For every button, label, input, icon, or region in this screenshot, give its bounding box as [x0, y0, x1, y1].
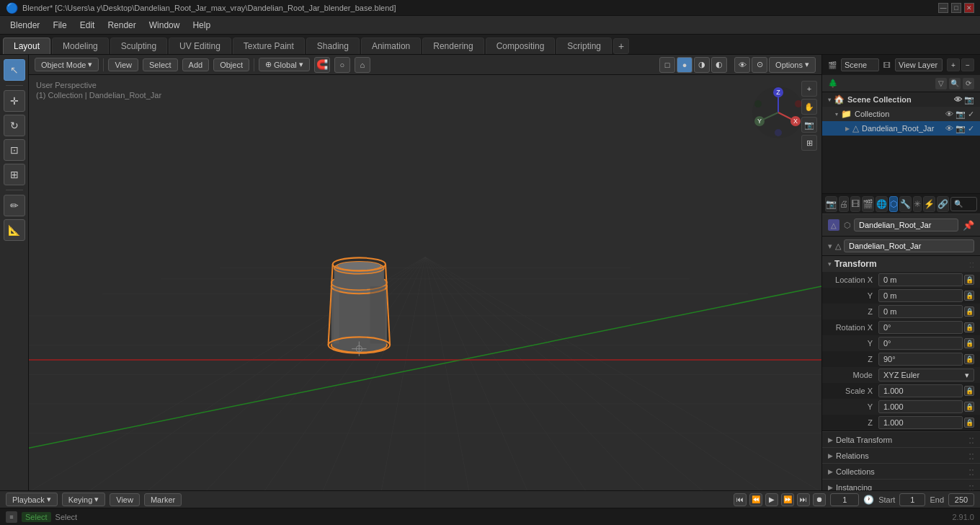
playback-menu[interactable]: Playback ▾: [6, 493, 58, 506]
collection-check-btn[interactable]: ✓: [968, 110, 974, 119]
scene-name-field[interactable]: Scene: [841, 58, 879, 71]
menu-help[interactable]: Help: [187, 19, 216, 32]
remove-viewlayer-btn[interactable]: −: [961, 58, 974, 71]
tab-modeling[interactable]: Modeling: [52, 38, 109, 54]
add-viewlayer-btn[interactable]: +: [947, 58, 960, 71]
rotate-tool[interactable]: ↻: [4, 115, 25, 136]
options-button[interactable]: Options ▾: [769, 57, 816, 73]
view-layer-name-field[interactable]: View Layer: [895, 58, 943, 71]
shading-wireframe-btn[interactable]: □: [659, 57, 675, 73]
collection-render-btn[interactable]: 📷: [956, 110, 966, 119]
menu-render[interactable]: Render: [102, 19, 141, 32]
view-menu-bottom[interactable]: View: [110, 493, 140, 506]
tab-scripting[interactable]: Scripting: [556, 38, 612, 54]
annotate-tool[interactable]: ✏: [4, 195, 25, 216]
current-frame-field[interactable]: 1: [830, 493, 859, 506]
rotation-x-field[interactable]: 0°: [878, 321, 963, 334]
title-controls[interactable]: — □ ✕: [938, 3, 974, 13]
location-y-lock[interactable]: 🔒: [964, 291, 974, 301]
prop-tab-constraints[interactable]: 🔗: [937, 196, 949, 212]
start-frame-field[interactable]: 1: [899, 493, 925, 506]
rotation-mode-select[interactable]: XYZ Euler ▾: [878, 369, 974, 381]
location-y-field[interactable]: 0 m: [878, 289, 963, 302]
prop-tab-particles[interactable]: ✳: [913, 196, 922, 212]
measure-tool[interactable]: 📐: [4, 219, 25, 241]
menu-blender[interactable]: Blender: [4, 19, 45, 32]
collection-item[interactable]: ▾ 📁 Collection 👁 📷 ✓: [822, 107, 980, 121]
location-x-lock[interactable]: 🔒: [964, 275, 974, 285]
render-visibility-btn[interactable]: 📷: [964, 95, 974, 105]
scale-x-lock[interactable]: 🔒: [964, 386, 974, 396]
rotation-x-lock[interactable]: 🔒: [964, 322, 974, 332]
prop-tab-world[interactable]: 🌐: [876, 196, 888, 212]
relations-section[interactable]: ▶ Relations ::: [822, 447, 980, 463]
rotation-z-lock[interactable]: 🔒: [964, 354, 974, 364]
instancing-section[interactable]: ▶ Instancing ::: [822, 479, 980, 490]
visibility-btn[interactable]: 👁: [954, 95, 962, 105]
zoom-in-btn[interactable]: +: [801, 81, 817, 97]
keying-menu[interactable]: Keying ▾: [62, 493, 106, 506]
object-mode-dropdown[interactable]: Object Mode ▾: [35, 58, 99, 71]
record-keyframe-btn[interactable]: ⏺: [813, 493, 826, 506]
add-menu[interactable]: Add: [182, 58, 210, 71]
prop-tab-scene[interactable]: 🎬: [862, 196, 874, 212]
transform-orientation-dropdown[interactable]: ⊕ Global ▾: [259, 58, 310, 71]
prop-tab-viewlayer[interactable]: 🎞: [850, 196, 860, 212]
prop-tab-object[interactable]: ⬡: [889, 196, 898, 212]
pan-btn[interactable]: ✋: [801, 99, 817, 115]
pin-icon[interactable]: 📌: [963, 220, 974, 231]
outliner-search-btn[interactable]: 🔍: [949, 78, 961, 89]
close-button[interactable]: ✕: [964, 3, 974, 13]
data-name-field[interactable]: Dandelian_Root_Jar: [844, 239, 974, 252]
viewport[interactable]: Object Mode ▾ View Select Add Object ⊕ G…: [29, 55, 821, 490]
tab-compositing[interactable]: Compositing: [486, 38, 556, 54]
scale-y-lock[interactable]: 🔒: [964, 402, 974, 412]
shading-render-btn[interactable]: ◐: [711, 57, 727, 73]
frame-jump-end-btn[interactable]: ⏭: [797, 493, 810, 506]
tab-sculpting[interactable]: Sculpting: [110, 38, 167, 54]
tab-uv-editing[interactable]: UV Editing: [169, 38, 231, 54]
frame-jump-start-btn[interactable]: ⏮: [734, 493, 747, 506]
shading-material-btn[interactable]: ◑: [694, 57, 710, 73]
shading-solid-btn[interactable]: ●: [677, 57, 692, 73]
tab-layout[interactable]: Layout: [3, 38, 50, 54]
tab-texture-paint[interactable]: Texture Paint: [233, 38, 305, 54]
frame-prev-btn[interactable]: ⏪: [749, 493, 762, 506]
menu-edit[interactable]: Edit: [74, 19, 101, 32]
tab-animation[interactable]: Animation: [361, 38, 421, 54]
scale-x-field[interactable]: 1.000: [878, 384, 963, 397]
prop-tab-modifier[interactable]: 🔧: [899, 196, 912, 212]
scale-tool[interactable]: ⊡: [4, 139, 25, 161]
location-x-field[interactable]: 0 m: [878, 273, 963, 286]
object-check-btn[interactable]: ✓: [968, 124, 974, 133]
marker-menu[interactable]: Marker: [144, 493, 182, 506]
scale-y-field[interactable]: 1.000: [878, 400, 963, 413]
object-eye-btn[interactable]: 👁: [945, 124, 953, 133]
scale-z-lock[interactable]: 🔒: [964, 418, 974, 428]
transform-header[interactable]: ▾ Transform ::: [822, 256, 980, 272]
tab-rendering[interactable]: Rendering: [422, 38, 484, 54]
xray-btn[interactable]: ⊙: [752, 57, 767, 73]
delta-transform-section[interactable]: ▶ Delta Transform ::: [822, 431, 980, 447]
prop-tab-output[interactable]: 🖨: [839, 196, 849, 212]
tab-shading[interactable]: Shading: [306, 38, 360, 54]
select-cursor-tool[interactable]: ↖: [4, 59, 25, 81]
object-name-field[interactable]: Dandelian_Root_Jar: [854, 219, 958, 231]
rotation-z-field[interactable]: 90°: [878, 353, 963, 366]
play-btn[interactable]: ▶: [765, 493, 778, 506]
prop-tab-physics[interactable]: ⚡: [923, 196, 935, 212]
rotation-y-lock[interactable]: 🔒: [964, 338, 974, 348]
outliner-filter-btn[interactable]: ▽: [935, 78, 947, 89]
scene-collection-item[interactable]: ▾ 🏠 Scene Collection 👁 📷: [822, 92, 980, 107]
select-menu[interactable]: Select: [143, 58, 178, 71]
viewport-overlays-btn[interactable]: 👁: [734, 57, 750, 73]
object-item[interactable]: ▶ △ Dandelian_Root_Jar 👁 📷 ✓: [822, 121, 980, 136]
scale-z-field[interactable]: 1.000: [878, 416, 963, 429]
menu-window[interactable]: Window: [143, 19, 186, 32]
object-menu[interactable]: Object: [213, 58, 249, 71]
frame-next-btn[interactable]: ⏩: [781, 493, 794, 506]
rotation-y-field[interactable]: 0°: [878, 337, 963, 350]
add-workspace-button[interactable]: +: [613, 38, 629, 54]
collection-eye-btn[interactable]: 👁: [945, 110, 953, 119]
outliner-sync-btn[interactable]: ⟳: [963, 78, 974, 89]
